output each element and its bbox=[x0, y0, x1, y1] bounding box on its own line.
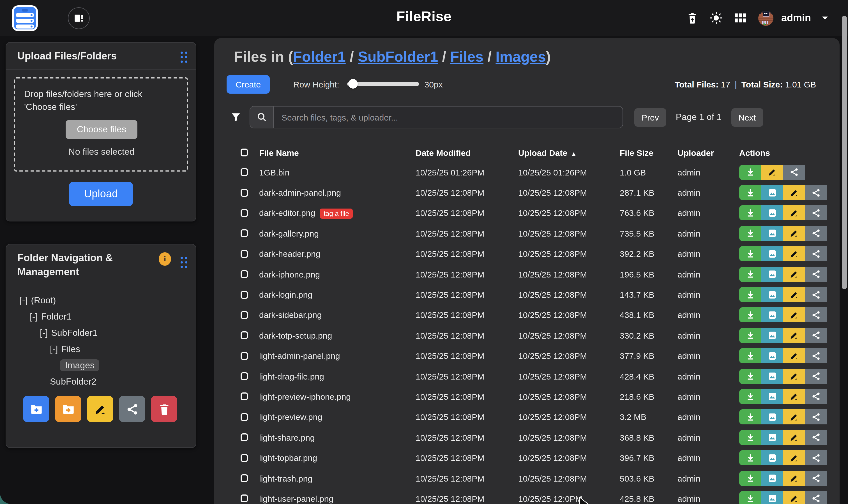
share-button[interactable] bbox=[805, 410, 827, 425]
theme-toggle-button[interactable] bbox=[710, 12, 722, 24]
edit-button[interactable] bbox=[783, 185, 805, 200]
avatar[interactable] bbox=[758, 11, 773, 25]
file-dropzone[interactable]: Drop files/folders here or click 'Choose… bbox=[14, 77, 188, 172]
scrollbar-thumb[interactable] bbox=[842, 16, 847, 289]
file-name[interactable]: light-user-panel.png bbox=[259, 494, 333, 503]
download-button[interactable] bbox=[739, 246, 761, 262]
search-button[interactable] bbox=[250, 107, 274, 128]
preview-button[interactable] bbox=[761, 287, 783, 302]
download-button[interactable] bbox=[739, 491, 761, 504]
row-checkbox[interactable] bbox=[241, 495, 248, 503]
info-icon[interactable]: i bbox=[159, 252, 171, 266]
tree-toggle[interactable]: [-] bbox=[30, 312, 38, 321]
slider-thumb[interactable] bbox=[348, 79, 357, 89]
breadcrumb-link-images[interactable]: Images bbox=[495, 48, 546, 65]
download-button[interactable] bbox=[739, 226, 761, 241]
share-button[interactable] bbox=[805, 491, 827, 504]
preview-button[interactable] bbox=[761, 307, 783, 323]
edit-button[interactable] bbox=[783, 491, 805, 504]
username[interactable]: admin bbox=[781, 12, 811, 24]
column-header-uploader[interactable]: Uploader bbox=[677, 148, 739, 157]
download-button[interactable] bbox=[739, 164, 761, 180]
tree-item-root[interactable]: [-](Root) bbox=[6, 292, 196, 308]
preview-button[interactable] bbox=[761, 410, 783, 425]
edit-button[interactable] bbox=[783, 410, 805, 425]
move-folder-button[interactable] bbox=[55, 396, 81, 422]
tree-item-subfolder1[interactable]: [-]SubFolder1 bbox=[6, 325, 196, 341]
row-checkbox[interactable] bbox=[241, 230, 248, 237]
edit-button[interactable] bbox=[783, 471, 805, 486]
preview-button[interactable] bbox=[761, 389, 783, 404]
choose-files-button[interactable]: Choose files bbox=[66, 120, 137, 139]
drag-handle-icon[interactable] bbox=[181, 257, 188, 269]
preview-button[interactable] bbox=[761, 471, 783, 486]
file-name[interactable]: 1GB.bin bbox=[259, 167, 289, 177]
preview-button[interactable] bbox=[761, 450, 783, 465]
share-button[interactable] bbox=[805, 267, 827, 282]
preview-button[interactable] bbox=[761, 226, 783, 241]
file-name[interactable]: light-preview.png bbox=[259, 412, 322, 422]
file-name[interactable]: dark-totp-setup.png bbox=[259, 331, 332, 340]
preview-button[interactable] bbox=[761, 491, 783, 504]
edit-button[interactable] bbox=[783, 287, 805, 302]
row-height-slider[interactable] bbox=[347, 82, 419, 86]
download-button[interactable] bbox=[739, 450, 761, 465]
create-button[interactable]: Create bbox=[227, 75, 270, 93]
file-name[interactable]: light-admin-panel.png bbox=[259, 351, 340, 360]
file-name[interactable]: dark-editor.png bbox=[259, 208, 315, 218]
preview-button[interactable] bbox=[761, 185, 783, 200]
edit-button[interactable] bbox=[783, 389, 805, 404]
share-button[interactable] bbox=[805, 205, 827, 221]
share-button[interactable] bbox=[805, 226, 827, 241]
download-button[interactable] bbox=[739, 185, 761, 200]
row-checkbox[interactable] bbox=[241, 168, 248, 176]
share-button[interactable] bbox=[805, 348, 827, 363]
tree-label[interactable]: Images bbox=[60, 359, 100, 371]
delete-folder-button[interactable] bbox=[151, 396, 177, 422]
preview-button[interactable] bbox=[761, 246, 783, 262]
file-name[interactable]: light-drag-file.png bbox=[259, 372, 324, 381]
edit-button[interactable] bbox=[783, 267, 805, 282]
share-button[interactable] bbox=[805, 389, 827, 404]
trash-restore-button[interactable] bbox=[687, 12, 698, 24]
download-button[interactable] bbox=[739, 205, 761, 221]
tree-toggle[interactable]: [-] bbox=[20, 295, 28, 305]
breadcrumb-link-subfolder1[interactable]: SubFolder1 bbox=[358, 48, 438, 65]
file-name[interactable]: light-share.png bbox=[259, 433, 315, 442]
preview-button[interactable] bbox=[761, 368, 783, 384]
share-button[interactable] bbox=[805, 185, 827, 200]
share-button[interactable] bbox=[805, 450, 827, 465]
search-input[interactable] bbox=[274, 107, 622, 128]
edit-button[interactable] bbox=[783, 430, 805, 445]
share-button[interactable] bbox=[805, 430, 827, 445]
row-checkbox[interactable] bbox=[241, 291, 248, 299]
file-name[interactable]: light-topbar.png bbox=[259, 453, 317, 463]
preview-button[interactable] bbox=[761, 205, 783, 221]
download-button[interactable] bbox=[739, 430, 761, 445]
edit-button[interactable] bbox=[783, 328, 805, 343]
tree-toggle[interactable]: [-] bbox=[50, 344, 58, 354]
create-folder-button[interactable] bbox=[23, 396, 49, 422]
column-header-file-name[interactable]: File Name bbox=[259, 148, 416, 157]
download-button[interactable] bbox=[739, 307, 761, 323]
tree-toggle[interactable]: [-] bbox=[40, 328, 48, 338]
select-all-checkbox[interactable] bbox=[241, 148, 248, 157]
prev-page-button[interactable]: Prev bbox=[634, 108, 666, 126]
rename-folder-button[interactable] bbox=[87, 396, 113, 422]
row-checkbox[interactable] bbox=[241, 454, 248, 462]
tree-item-folder1[interactable]: [-]Folder1 bbox=[6, 308, 196, 325]
preview-button[interactable] bbox=[761, 267, 783, 282]
download-button[interactable] bbox=[739, 389, 761, 404]
column-header-file-size[interactable]: File Size bbox=[620, 148, 677, 157]
share-button[interactable] bbox=[805, 287, 827, 302]
edit-button[interactable] bbox=[783, 226, 805, 241]
file-name[interactable]: dark-gallery.png bbox=[259, 229, 319, 238]
file-name[interactable]: dark-login.png bbox=[259, 290, 312, 299]
row-checkbox[interactable] bbox=[241, 413, 248, 421]
tree-item-subfolder2[interactable]: SubFolder2 bbox=[6, 373, 196, 390]
download-button[interactable] bbox=[739, 328, 761, 343]
edit-button[interactable] bbox=[783, 348, 805, 363]
chevron-down-icon[interactable] bbox=[821, 14, 829, 22]
row-checkbox[interactable] bbox=[241, 393, 248, 400]
file-name[interactable]: dark-sidebar.png bbox=[259, 310, 322, 320]
